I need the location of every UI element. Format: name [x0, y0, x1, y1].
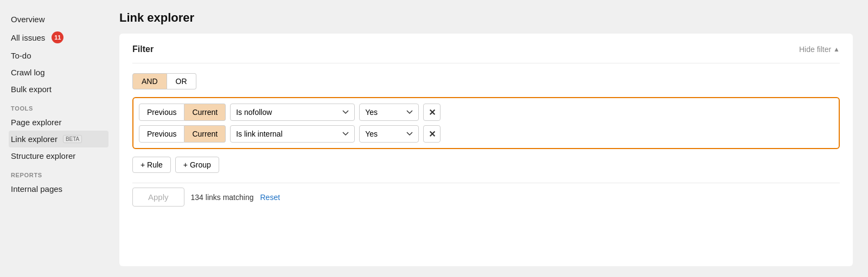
sidebar-item-overview[interactable]: Overview [9, 11, 108, 28]
add-group-button[interactable]: + Group [175, 157, 219, 173]
page-title: Link explorer [119, 11, 853, 25]
filter-rule-row: Previous Current Is nofollow Is link int… [139, 125, 833, 143]
sidebar-item-label: Overview [11, 15, 45, 24]
sidebar-item-label: Link explorer [11, 134, 58, 144]
and-button[interactable]: AND [132, 73, 167, 89]
condition-select-1[interactable]: Is nofollow Is link internal URL Anchor … [230, 104, 355, 121]
previous-button-1[interactable]: Previous [139, 104, 184, 121]
condition-select-2[interactable]: Is nofollow Is link internal URL Anchor … [230, 125, 355, 143]
or-button[interactable]: OR [167, 73, 196, 89]
sidebar-item-label: Crawl log [11, 68, 45, 77]
current-button-1[interactable]: Current [184, 104, 226, 121]
remove-rule-button-1[interactable]: ✕ [423, 104, 441, 121]
filter-header: Filter Hide filter ▲ [132, 44, 840, 54]
value-select-2[interactable]: Yes No [359, 125, 419, 143]
reset-button[interactable]: Reset [260, 193, 280, 202]
tools-section-label: TOOLS [9, 98, 108, 114]
sidebar-item-to-do[interactable]: To-do [9, 47, 108, 64]
sidebar-item-label: All issues [11, 33, 45, 42]
sidebar-item-all-issues[interactable]: All issues 11 [9, 28, 108, 47]
hide-filter-button[interactable]: Hide filter ▲ [799, 45, 840, 54]
hide-filter-label: Hide filter [799, 45, 831, 54]
chevron-up-icon: ▲ [833, 46, 840, 53]
sidebar-item-bulk-export[interactable]: Bulk export [9, 81, 108, 98]
sidebar-item-page-explorer[interactable]: Page explorer [9, 114, 108, 131]
current-button-2[interactable]: Current [184, 125, 226, 143]
and-or-toggle: AND OR [132, 73, 840, 89]
add-rule-button[interactable]: + Rule [132, 157, 171, 173]
remove-rule-button-2[interactable]: ✕ [423, 125, 441, 143]
main-content: Link explorer Filter Hide filter ▲ AND O… [108, 0, 868, 277]
sidebar-item-internal-pages[interactable]: Internal pages [9, 181, 108, 197]
apply-button[interactable]: Apply [132, 188, 184, 207]
sidebar-item-structure-explorer[interactable]: Structure explorer [9, 147, 108, 164]
sidebar-item-label: To-do [11, 51, 31, 60]
sidebar-item-link-explorer[interactable]: Link explorer BETA [9, 131, 108, 147]
matching-text: 134 links matching [191, 193, 254, 202]
filter-bottom: Apply 134 links matching Reset [132, 183, 840, 207]
filter-rules-container: Previous Current Is nofollow Is link int… [132, 97, 840, 149]
prev-curr-group-2: Previous Current [139, 125, 226, 143]
filter-title: Filter [132, 44, 154, 54]
prev-curr-group-1: Previous Current [139, 104, 226, 121]
sidebar-item-label: Structure explorer [11, 151, 75, 160]
sidebar-item-crawl-log[interactable]: Crawl log [9, 64, 108, 81]
sidebar-item-label: Bulk export [11, 85, 52, 94]
sidebar-item-label: Internal pages [11, 184, 62, 194]
previous-button-2[interactable]: Previous [139, 125, 184, 143]
filter-divider [132, 63, 840, 63]
add-buttons-row: + Rule + Group [132, 157, 840, 173]
beta-badge: BETA [63, 135, 82, 143]
sidebar-item-label: Page explorer [11, 118, 61, 127]
reports-section-label: REPORTS [9, 164, 108, 181]
filter-rule-row: Previous Current Is nofollow Is link int… [139, 104, 833, 121]
filter-panel: Filter Hide filter ▲ AND OR Previous Cur… [119, 34, 853, 266]
all-issues-badge: 11 [52, 31, 63, 43]
sidebar: Overview All issues 11 To-do Crawl log B… [0, 0, 108, 277]
value-select-1[interactable]: Yes No [359, 104, 419, 121]
